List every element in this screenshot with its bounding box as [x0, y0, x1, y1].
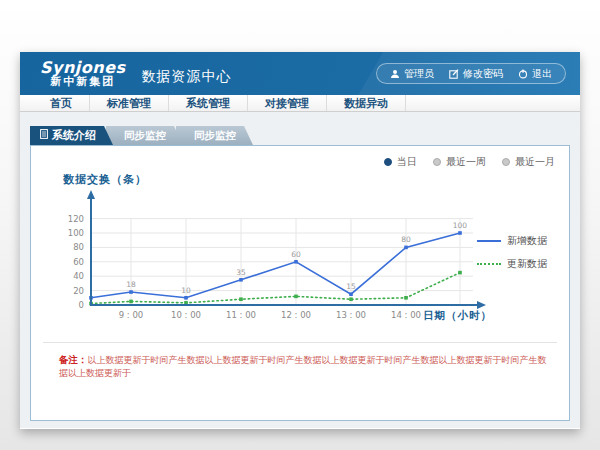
svg-text:10: 10 — [181, 286, 191, 295]
footnote-label: 备注： — [59, 354, 88, 365]
footnote-text: 以上数据更新于时间产生数据以上数据更新于时间产生数据以上数据更新于时间产生数据以… — [59, 355, 547, 378]
brand-logo-en: Synjones — [40, 59, 126, 77]
tab-label: 同步监控 — [124, 126, 166, 145]
radio-last-month[interactable]: 最近一月 — [502, 155, 555, 169]
brand-logo-cn: 新中新集团 — [40, 76, 126, 88]
svg-text:9 : 00: 9 : 00 — [119, 310, 144, 320]
logout-label: 退出 — [532, 67, 552, 81]
tab-sync-monitor-1[interactable]: 同步监控 — [106, 126, 183, 145]
svg-text:15: 15 — [346, 282, 356, 291]
note-divider — [43, 342, 557, 343]
chart-panel: 当日 最近一周 最近一月 数据交换（条） 0204060801001209 : … — [30, 145, 570, 421]
nav-item-interface-mgmt[interactable]: 对接管理 — [248, 95, 327, 111]
radio-dot-icon — [502, 158, 510, 166]
solid-line-icon — [477, 240, 501, 242]
admin-user-button[interactable]: 管理员 — [390, 67, 434, 81]
svg-text:60: 60 — [73, 257, 84, 267]
app-window: Synjones 新中新集团 数据资源中心 管理员 修改密码 退出 — [20, 52, 580, 429]
logout-button[interactable]: 退出 — [518, 67, 552, 81]
page-title: 数据资源中心 — [142, 68, 232, 86]
tab-bar: 系统介绍 同步监控 同步监控 — [30, 126, 570, 145]
change-password-label: 修改密码 — [463, 67, 503, 81]
radio-today[interactable]: 当日 — [384, 155, 417, 169]
svg-text:100: 100 — [453, 221, 468, 230]
svg-text:60: 60 — [291, 250, 301, 259]
main-nav: 首页 标准管理 系统管理 对接管理 数据异动 — [20, 95, 580, 112]
svg-text:35: 35 — [236, 268, 246, 277]
svg-text:100: 100 — [68, 228, 84, 238]
change-password-button[interactable]: 修改密码 — [449, 67, 503, 81]
radio-dot-icon — [433, 158, 441, 166]
admin-user-label: 管理员 — [404, 67, 434, 81]
line-chart: 0204060801001209 : 0010 : 0011 : 0012 : … — [45, 177, 507, 329]
svg-text:80: 80 — [73, 242, 84, 252]
svg-text:20: 20 — [73, 286, 84, 296]
tab-system-intro[interactable]: 系统介绍 — [30, 126, 113, 145]
time-range-filter: 当日 最近一周 最近一月 — [384, 155, 555, 169]
tab-sync-monitor-2[interactable]: 同步监控 — [176, 126, 253, 145]
document-icon — [40, 126, 48, 145]
svg-text:18: 18 — [126, 280, 136, 289]
nav-item-data-change[interactable]: 数据异动 — [327, 95, 406, 111]
nav-item-home[interactable]: 首页 — [32, 95, 90, 111]
svg-text:120: 120 — [68, 214, 84, 224]
chart-area: 0204060801001209 : 0010 : 0011 : 0012 : … — [45, 177, 507, 329]
radio-last-month-label: 最近一月 — [515, 155, 555, 169]
user-icon — [390, 69, 400, 79]
svg-text:11 : 00: 11 : 00 — [226, 310, 256, 320]
svg-text:14 : 00: 14 : 00 — [391, 310, 421, 320]
nav-item-standard-mgmt[interactable]: 标准管理 — [90, 95, 169, 111]
radio-dot-icon — [384, 158, 392, 166]
legend-item-new-data: 新增数据 — [477, 234, 561, 248]
svg-text:80: 80 — [401, 235, 411, 244]
svg-text:40: 40 — [73, 271, 84, 281]
edit-icon — [449, 69, 459, 79]
user-toolbar: 管理员 修改密码 退出 — [376, 63, 566, 84]
app-header: Synjones 新中新集团 数据资源中心 管理员 修改密码 退出 — [20, 52, 580, 95]
svg-text:0: 0 — [79, 300, 84, 310]
nav-item-system-mgmt[interactable]: 系统管理 — [169, 95, 248, 111]
radio-last-week[interactable]: 最近一周 — [433, 155, 486, 169]
chart-legend: 新增数据 更新数据 — [477, 234, 561, 280]
svg-text:10 : 00: 10 : 00 — [171, 310, 201, 320]
radio-last-week-label: 最近一周 — [446, 155, 486, 169]
svg-text:日期（小时）: 日期（小时） — [423, 309, 492, 322]
dotted-line-icon — [477, 263, 501, 265]
svg-text:13 : 00: 13 : 00 — [336, 310, 366, 320]
footnote: 备注：以上数据更新于时间产生数据以上数据更新于时间产生数据以上数据更新于时间产生… — [59, 353, 553, 379]
radio-today-label: 当日 — [397, 155, 417, 169]
tab-label: 同步监控 — [194, 126, 236, 145]
svg-text:12 : 00: 12 : 00 — [281, 310, 311, 320]
legend-item-updated-data: 更新数据 — [477, 257, 561, 271]
brand-logo: Synjones 新中新集团 — [40, 59, 126, 89]
tab-label: 系统介绍 — [52, 126, 96, 145]
logout-icon — [518, 69, 528, 79]
content-area: 系统介绍 同步监控 同步监控 当日 最近一周 — [20, 112, 580, 428]
